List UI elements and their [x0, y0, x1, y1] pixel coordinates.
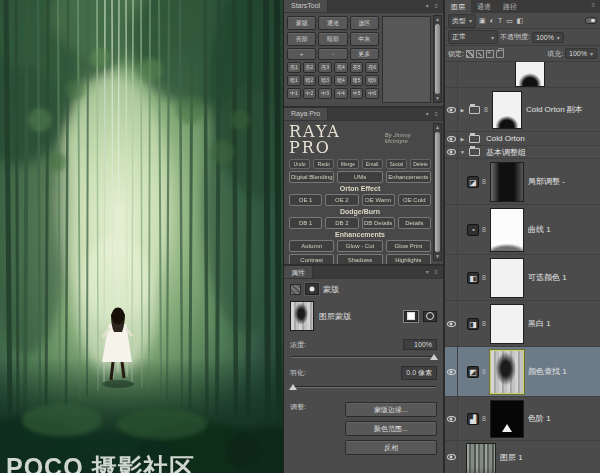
- adjustment-layer-icon[interactable]: ◨: [467, 318, 479, 330]
- opacity-value-dropdown[interactable]: 100%▾: [532, 32, 564, 43]
- expand-group-icon[interactable]: ▶: [458, 136, 467, 142]
- layer-row[interactable]: ◧8可选颜色 1: [445, 255, 600, 301]
- filter-shape-layers-icon[interactable]: ▭: [505, 17, 514, 25]
- layer-mask-thumbnail[interactable]: [515, 62, 545, 87]
- starstool-panel-menu-icon[interactable]: ▾ ≡: [423, 0, 443, 12]
- starstool-button[interactable]: -: [318, 48, 347, 60]
- layer-row[interactable]: 图层 1: [445, 441, 600, 473]
- starstool-button[interactable]: 亮5: [350, 62, 364, 73]
- feather-value[interactable]: 0.0 像素: [401, 366, 437, 380]
- starstool-button[interactable]: 中6: [365, 88, 379, 99]
- layer-row[interactable]: ▶Cold Orton: [445, 132, 600, 146]
- starstool-button[interactable]: 亮6: [365, 62, 379, 73]
- tab-layers[interactable]: 图层: [445, 0, 471, 13]
- adjustment-layer-icon[interactable]: ◔: [467, 224, 479, 236]
- adjustment-layer-icon[interactable]: ▟: [467, 413, 479, 425]
- rayapro-button[interactable]: Delete: [410, 159, 431, 169]
- fill-value-dropdown[interactable]: 100%▾: [565, 48, 597, 59]
- rayapro-tab[interactable]: Raya Pro: [284, 108, 328, 120]
- lock-all-icon[interactable]: [496, 50, 504, 58]
- collapse-group-icon[interactable]: ▼: [458, 149, 467, 155]
- rayapro-button[interactable]: Digital Blending: [289, 171, 334, 183]
- feather-slider[interactable]: [291, 386, 436, 388]
- density-slider-handle[interactable]: [430, 354, 438, 360]
- rayapro-button[interactable]: UMs: [337, 171, 382, 183]
- mask-link-icon[interactable]: 8: [484, 106, 488, 113]
- properties-tab[interactable]: 属性: [284, 266, 313, 278]
- rayapro-button[interactable]: DB Details: [362, 217, 395, 229]
- scroll-down-icon[interactable]: ▼: [435, 95, 440, 102]
- mask-link-icon[interactable]: 8: [482, 320, 486, 327]
- starstool-button[interactable]: 暗3: [318, 75, 332, 86]
- rayapro-button[interactable]: Glow - Cut: [337, 240, 382, 252]
- filter-type-layers-icon[interactable]: T: [497, 17, 503, 24]
- scrollbar-thumb[interactable]: [435, 24, 440, 94]
- layer-row[interactable]: [445, 62, 600, 88]
- visibility-toggle[interactable]: [445, 88, 458, 131]
- rayapro-button[interactable]: Details: [398, 217, 431, 229]
- starstool-button[interactable]: 亮部: [287, 32, 316, 46]
- scroll-down-icon[interactable]: ▼: [435, 253, 440, 260]
- mask-adjust-button[interactable]: 颜色范围...: [345, 421, 437, 436]
- starstool-button[interactable]: 暗5: [350, 75, 364, 86]
- lock-position-icon[interactable]: [486, 50, 494, 58]
- visibility-toggle[interactable]: [445, 301, 458, 346]
- rayapro-button[interactable]: Shadows: [337, 254, 382, 264]
- rayapro-button[interactable]: OE Cold: [398, 194, 431, 206]
- feather-slider-handle[interactable]: [289, 384, 297, 390]
- rayapro-button[interactable]: OE Warm: [362, 194, 395, 206]
- starstool-button[interactable]: 通道: [318, 16, 347, 30]
- rayapro-button[interactable]: DB 2: [325, 217, 358, 229]
- layer-mask-thumbnail[interactable]: [490, 208, 524, 252]
- layer-mask-thumbnail[interactable]: [490, 400, 524, 438]
- starstool-button[interactable]: 中3: [318, 88, 332, 99]
- rayapro-button[interactable]: Autumn: [289, 240, 334, 252]
- rayapro-button[interactable]: Glow Print: [386, 240, 431, 252]
- starstool-button[interactable]: 中1: [287, 88, 301, 99]
- rayapro-button[interactable]: Merge: [337, 159, 358, 169]
- mask-link-icon[interactable]: 8: [482, 415, 486, 422]
- scroll-up-icon[interactable]: ▲: [435, 16, 440, 23]
- rayapro-button[interactable]: Enhancements: [386, 171, 431, 183]
- starstool-button[interactable]: 暗1: [287, 75, 301, 86]
- visibility-toggle[interactable]: [445, 255, 458, 300]
- scrollbar-thumb[interactable]: [435, 132, 440, 252]
- adjustment-controls-icon[interactable]: [290, 284, 301, 295]
- visibility-toggle[interactable]: [445, 205, 458, 254]
- filter-kind-dropdown[interactable]: 类型▾: [448, 14, 476, 28]
- visibility-toggle[interactable]: [445, 397, 458, 440]
- layer-mask-thumbnail[interactable]: [490, 304, 524, 344]
- filter-toggle-switch[interactable]: [585, 17, 597, 24]
- properties-panel-menu-icon[interactable]: ▾ ≡: [423, 266, 443, 278]
- rayapro-button[interactable]: Email: [362, 159, 383, 169]
- mask-link-icon[interactable]: 8: [482, 368, 486, 375]
- visibility-toggle[interactable]: [445, 146, 458, 158]
- layer-mask-thumbnail[interactable]: [490, 258, 524, 298]
- pixel-mask-icon[interactable]: [404, 311, 418, 322]
- starstool-button[interactable]: 更多: [350, 48, 379, 60]
- mask-link-icon[interactable]: 8: [482, 274, 486, 281]
- rayapro-button[interactable]: Contrast: [289, 254, 334, 264]
- rayapro-scrollbar[interactable]: ▲ ▼: [433, 123, 442, 261]
- rayapro-button[interactable]: OE 1: [289, 194, 322, 206]
- starstool-button[interactable]: 中4: [334, 88, 348, 99]
- filter-smart-objects-icon[interactable]: ◧: [516, 17, 525, 25]
- starstool-button[interactable]: 蒙版: [287, 16, 316, 30]
- layer-row[interactable]: ◩8颜色查找 1: [445, 347, 600, 397]
- starstool-button[interactable]: 亮1: [287, 62, 301, 73]
- filter-adjustment-layers-icon[interactable]: ◐: [489, 17, 495, 24]
- adjustment-layer-icon[interactable]: ◪: [467, 176, 479, 188]
- visibility-toggle[interactable]: [445, 62, 458, 87]
- layer-row[interactable]: ▶8Cold Orton 副本: [445, 88, 600, 132]
- lock-pixels-icon[interactable]: [476, 50, 484, 58]
- rayapro-button[interactable]: Redo: [313, 159, 334, 169]
- tab-paths[interactable]: 路径: [497, 0, 523, 13]
- mask-thumbnail[interactable]: [290, 301, 314, 331]
- visibility-toggle[interactable]: [445, 159, 458, 204]
- visibility-toggle[interactable]: [445, 347, 458, 396]
- group-mask-thumbnail[interactable]: [492, 91, 522, 129]
- starstool-button[interactable]: 暗2: [303, 75, 317, 86]
- rayapro-button[interactable]: Social: [386, 159, 407, 169]
- starstool-button[interactable]: 中灰: [350, 32, 379, 46]
- mask-adjust-button[interactable]: 反相: [345, 440, 437, 455]
